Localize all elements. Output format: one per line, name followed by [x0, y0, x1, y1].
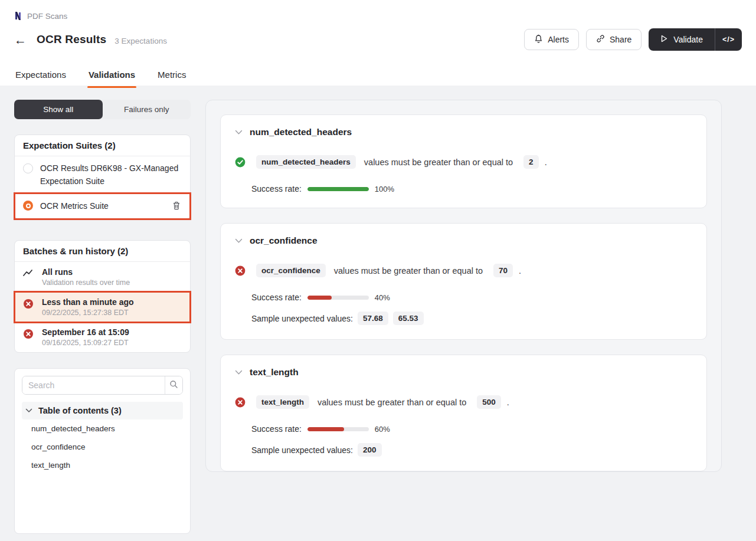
search-submit-button[interactable] — [165, 376, 182, 394]
code-icon: </> — [722, 35, 735, 44]
code-snippet-button[interactable]: </> — [715, 28, 742, 51]
run-item-previous[interactable]: September 16 at 15:09 09/16/2025, 15:09:… — [15, 322, 190, 352]
success-rate-value: 60% — [375, 425, 390, 434]
failures-only-button[interactable]: Failures only — [103, 100, 191, 119]
sample-values-label: Sample unexpected values: — [251, 445, 353, 455]
sample-value-chip: 200 — [358, 443, 382, 457]
success-rate-value: 100% — [375, 185, 394, 194]
success-rate-bar — [307, 187, 369, 191]
success-rate-bar — [307, 427, 369, 431]
sample-values-label: Sample unexpected values: — [251, 314, 353, 323]
all-runs-item[interactable]: All runs Validation results over time — [15, 262, 190, 292]
link-icon — [596, 34, 605, 45]
fail-status-icon — [23, 329, 34, 339]
fail-status-icon — [235, 265, 246, 276]
toc-item-ocr-confidence[interactable]: ocr_confidence — [22, 438, 183, 456]
alerts-button[interactable]: Alerts — [524, 29, 579, 50]
success-status-icon — [235, 157, 246, 168]
expectation-title: num_detected_headers — [250, 127, 352, 137]
expectation-clause: values must be greater than or equal to — [334, 266, 483, 276]
expectation-card-header[interactable]: num_detected_headers — [235, 127, 692, 137]
tab-validations[interactable]: Validations — [87, 65, 136, 88]
success-rate-label: Success rate: — [251, 184, 302, 194]
radio-selected[interactable] — [23, 201, 33, 211]
search-group — [22, 376, 183, 395]
run-item-latest[interactable]: Less than a minute ago 09/22/2025, 15:27… — [15, 292, 190, 322]
expectation-card-header[interactable]: text_length — [235, 367, 692, 378]
expectation-suites-card: Expectation Suites (2) OCR Results DR6K9… — [14, 135, 191, 219]
chevron-down-icon[interactable] — [235, 370, 243, 375]
expectation-title: ocr_confidence — [250, 235, 318, 246]
toc-item-num-detected-headers[interactable]: num_detected_headers — [22, 419, 183, 438]
breadcrumb[interactable]: PDF Scans — [14, 9, 742, 22]
share-button[interactable]: Share — [586, 29, 642, 50]
alerts-label: Alerts — [548, 35, 569, 44]
trash-icon — [172, 203, 181, 212]
success-rate-label: Success rate: — [251, 424, 302, 434]
expectation-card-num-detected-headers: num_detected_headers num_detected_header… — [220, 114, 707, 208]
search-icon — [169, 380, 178, 391]
suite-item-gx-managed[interactable]: OCR Results DR6K98 - GX-Managed Expectat… — [15, 156, 190, 194]
toc-title: Table of contents (3) — [38, 406, 122, 415]
expectation-title: text_length — [250, 367, 299, 378]
trend-line-icon — [23, 268, 34, 279]
tab-bar: Expectations Validations Metrics — [14, 65, 742, 88]
expectation-card-text-length: text_length text_length values must be g… — [220, 355, 707, 471]
tab-expectations[interactable]: Expectations — [14, 65, 67, 88]
expectation-card-ocr-confidence: ocr_confidence ocr_confidence values mus… — [220, 223, 707, 340]
clause-period: . — [545, 158, 547, 167]
run-history-card: Batches & run history (2) All runs Valid… — [14, 240, 191, 353]
toc-header[interactable]: Table of contents (3) — [22, 402, 183, 419]
suite-label: OCR Results DR6K98 - GX-Managed Expectat… — [40, 162, 182, 188]
back-button[interactable]: ← — [14, 34, 31, 46]
page-title: OCR Results — [37, 33, 106, 46]
all-runs-subtitle: Validation results over time — [42, 278, 130, 287]
app-header: PDF Scans ← OCR Results 3 Expectations A… — [0, 0, 756, 86]
expectation-clause: values must be greater than or equal to — [318, 398, 466, 407]
run-timestamp: 09/22/2025, 15:27:38 EDT — [42, 309, 134, 317]
expectation-card-header[interactable]: ocr_confidence — [235, 235, 692, 246]
expectation-clause: values must be greater than or equal to — [364, 158, 513, 167]
column-chip: num_detected_headers — [256, 155, 356, 169]
run-title: September 16 at 15:09 — [42, 327, 129, 337]
chevron-down-icon[interactable] — [235, 238, 243, 244]
expectation-count: 3 Expectations — [114, 37, 167, 45]
sample-value-chip: 57.68 — [358, 312, 388, 325]
column-chip: ocr_confidence — [256, 264, 326, 277]
tab-metrics[interactable]: Metrics — [156, 65, 187, 88]
radio-unselected[interactable] — [23, 163, 33, 173]
fail-status-icon — [235, 397, 246, 408]
validate-label: Validate — [673, 35, 703, 44]
value-chip: 70 — [493, 264, 513, 277]
suite-label: OCR Metrics Suite — [40, 199, 109, 213]
success-rate-value: 40% — [375, 293, 390, 302]
value-chip: 2 — [523, 155, 539, 169]
expectation-suites-title: Expectation Suites (2) — [15, 135, 190, 156]
result-filter-toggle: Show all Failures only — [14, 100, 191, 119]
validate-button[interactable]: Validate — [649, 28, 715, 51]
validation-results-panel: num_detected_headers num_detected_header… — [205, 100, 722, 472]
success-rate-label: Success rate: — [251, 293, 302, 302]
delete-suite-button[interactable] — [171, 200, 182, 213]
run-timestamp: 09/16/2025, 15:09:27 EDT — [42, 339, 129, 347]
clause-period: . — [519, 266, 521, 276]
value-chip: 500 — [477, 395, 501, 409]
sample-value-chip: 65.53 — [393, 312, 424, 325]
table-of-contents-card: Table of contents (3) num_detected_heade… — [14, 368, 191, 534]
show-all-button[interactable]: Show all — [14, 100, 103, 119]
play-icon — [660, 35, 667, 44]
column-chip: text_length — [256, 395, 309, 409]
fail-status-icon — [23, 299, 34, 309]
suite-item-ocr-metrics[interactable]: OCR Metrics Suite — [15, 194, 190, 219]
run-title: Less than a minute ago — [42, 297, 134, 307]
breadcrumb-label[interactable]: PDF Scans — [27, 12, 67, 21]
chevron-down-icon[interactable] — [25, 408, 32, 413]
share-label: Share — [610, 35, 631, 44]
sidebar: Show all Failures only Expectation Suite… — [14, 100, 191, 534]
chevron-down-icon[interactable] — [235, 130, 243, 135]
data-asset-icon — [14, 11, 22, 21]
search-input[interactable] — [22, 376, 165, 394]
bell-icon — [534, 34, 543, 45]
all-runs-title: All runs — [42, 267, 130, 277]
toc-item-text-length[interactable]: text_length — [22, 456, 183, 474]
